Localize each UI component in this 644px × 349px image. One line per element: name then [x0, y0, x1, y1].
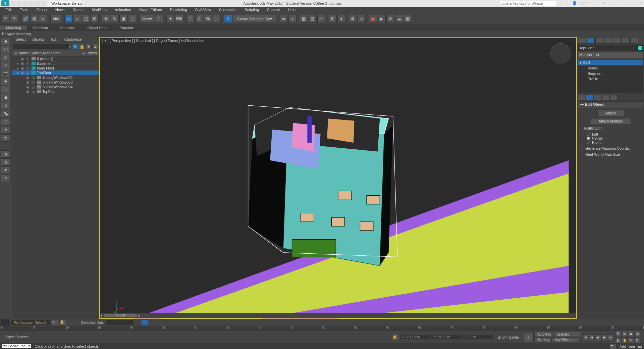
stack-row[interactable]: Profile — [578, 76, 643, 82]
maxscript-listener[interactable]: Welcome to M — [2, 344, 31, 348]
window-crossing-button[interactable]: ⊞ — [91, 15, 99, 23]
modifier-list-dropdown[interactable]: Modifier List — [578, 52, 643, 58]
align-button[interactable]: ≡ — [288, 15, 297, 23]
scene-tree[interactable]: ◉◎0 (default)▸◉◎Basement▸◉◎Main Floor▾◉◎… — [12, 56, 99, 319]
spinner-snap-button[interactable]: ⬚ — [213, 15, 221, 23]
app-logo[interactable]: 3 — [1, 0, 9, 6]
sync-selection-icon[interactable]: ⇅ — [1, 174, 11, 182]
layer-icon[interactable]: ≡ — [92, 44, 98, 49]
remove-modifier-icon[interactable] — [602, 95, 609, 100]
attach-multiple-button[interactable]: Attach Multiple — [591, 118, 631, 124]
zoom-extents-all-icon[interactable]: ◫ — [634, 331, 640, 337]
frozen-filter-icon[interactable]: ❄ — [1, 126, 11, 134]
toggle-ribbon-button[interactable]: ▤ — [309, 15, 317, 23]
justification-radio-right[interactable]: Right — [580, 140, 641, 144]
menu-content[interactable]: Content — [264, 7, 283, 12]
zoom-icon[interactable]: 🔍 — [615, 331, 621, 337]
real-world-checkbox[interactable]: Real-World Map Size — [580, 152, 641, 156]
select-dep-icon[interactable]: ▼ — [1, 166, 11, 174]
close-button[interactable]: ✕ — [640, 1, 643, 6]
move-button[interactable]: ✥ — [102, 15, 110, 23]
max-toggle-icon[interactable]: ⊡ — [634, 337, 640, 343]
modify-tab-icon[interactable] — [587, 38, 595, 44]
goto-end-icon[interactable]: ⏭ — [608, 334, 614, 340]
workspace-dropdown[interactable]: Workspace: Default — [49, 1, 86, 6]
shapes-filter-icon[interactable]: ◇ — [1, 54, 11, 61]
display-influences-icon[interactable]: ▥ — [1, 158, 11, 166]
ref-coord-dropdown[interactable]: View ▾ — [140, 15, 154, 23]
viewport-timeslider[interactable]: ◂ 0 / 100 ▸ — [100, 313, 576, 318]
pivot-button[interactable]: ⊙ — [155, 15, 163, 23]
rotate-button[interactable]: ↻ — [111, 15, 119, 23]
snap-2d-button[interactable]: 2 — [186, 15, 195, 23]
pin-stack-icon[interactable] — [578, 95, 585, 100]
play-icon[interactable]: ▶ — [595, 334, 601, 340]
menu-graph editors[interactable]: Graph Editors — [136, 7, 165, 12]
se-tab-edit[interactable]: Edit — [48, 37, 61, 43]
selection-set-dropdown[interactable] — [106, 320, 133, 325]
tree-row[interactable]: ◉◎0 (default) — [12, 56, 99, 61]
generate-mapping-checkbox[interactable]: Generate Mapping Coords. — [580, 146, 641, 150]
named-selection-dropdown[interactable]: Create Selection Se ▾ — [233, 15, 276, 23]
render-iter-button[interactable]: ⟳ — [386, 15, 394, 23]
tree-row[interactable]: ▸◉◎Basement — [12, 61, 99, 66]
selection-lock-icon[interactable]: 🔒 — [60, 320, 66, 325]
helpers-filter-icon[interactable]: ✚ — [1, 78, 11, 85]
hierarchy-tab-icon[interactable] — [595, 38, 603, 44]
se-tab-display[interactable]: Display — [29, 37, 48, 43]
tab-populate[interactable]: Populate — [113, 26, 140, 30]
header-frozen-col[interactable]: ▴ Frozen — [83, 51, 97, 55]
modifier-stack[interactable]: ▾WallVertexSegmentProfile — [578, 60, 643, 93]
cameras-filter-icon[interactable]: 📷 — [1, 70, 11, 77]
coord-x-field[interactable]: X: -20.776m — [400, 335, 430, 339]
select-object-button[interactable]: ▭ — [64, 15, 72, 23]
menu-create[interactable]: Create — [69, 7, 87, 12]
menu-views[interactable]: Views — [51, 7, 68, 12]
set-key-big-button[interactable]: + — [524, 332, 534, 342]
key-filters-button[interactable]: Key Filters... — [552, 337, 579, 342]
tab-object-paint[interactable]: Object Paint — [82, 26, 114, 30]
search-input[interactable] — [499, 1, 556, 6]
groups-filter-icon[interactable]: ▣ — [1, 94, 11, 101]
schematic-view-button[interactable]: ⊞ — [329, 15, 337, 23]
zoom-extents-icon[interactable]: ▣ — [628, 331, 634, 337]
isolate-icon[interactable]: ≡ — [52, 320, 58, 325]
wrench-tab-icon[interactable] — [630, 38, 638, 44]
new-icon[interactable] — [11, 1, 16, 6]
xrefs-filter-icon[interactable]: X — [1, 102, 11, 109]
subscription-icon[interactable]: ⬚ — [559, 1, 564, 6]
tree-row[interactable]: ▾◉◎TopFloor — [12, 70, 99, 75]
layer-explorer-button[interactable]: ▦ — [300, 15, 308, 23]
timeslider-prev-icon[interactable]: ◂ — [100, 313, 102, 318]
justification-radio-center[interactable]: Center — [580, 136, 641, 140]
object-color-swatch[interactable] — [637, 46, 642, 50]
selection-filter-dropdown[interactable]: All ▾ — [50, 15, 61, 23]
redo-button[interactable]: ↷ — [10, 15, 18, 23]
percent-snap-button[interactable]: % — [204, 15, 212, 23]
edit-selection-set-button[interactable]: ✎ — [224, 15, 232, 23]
material-editor-button[interactable]: ● — [337, 15, 345, 23]
menu-civil view[interactable]: Civil View — [192, 7, 214, 12]
help-icon[interactable]: ? — [609, 1, 614, 6]
coord-y-field[interactable]: Y: 29.308m — [431, 335, 462, 339]
object-name-field[interactable]: TopFloor — [578, 45, 643, 51]
unlink-button[interactable]: ⛓ — [30, 15, 38, 23]
scene-search-input[interactable] — [13, 44, 68, 49]
scale-button[interactable]: ▣ — [119, 15, 127, 23]
display-children-icon[interactable]: ▤ — [1, 150, 11, 158]
menu-tools[interactable]: Tools — [16, 7, 32, 12]
link-button[interactable]: 🔗 — [21, 15, 30, 23]
tree-row[interactable]: ▸◉◎Main Floor — [12, 66, 99, 70]
undo-button[interactable]: ↶ — [1, 15, 9, 23]
menu-rendering[interactable]: Rendering — [167, 7, 191, 12]
geometry-filter-icon[interactable]: ◯ — [1, 46, 11, 53]
tab-selection[interactable]: Selection — [54, 26, 81, 30]
time-ruler[interactable]: 0510152025303540455055606570758085909510… — [1, 326, 643, 331]
display-tab-icon[interactable] — [613, 38, 621, 44]
open-a360-button[interactable]: ▦ — [404, 15, 412, 23]
maximize-button[interactable]: ☐ — [630, 1, 634, 6]
user-icon[interactable]: 👤 — [572, 1, 577, 6]
render-online-button[interactable]: ☁ — [395, 15, 403, 23]
clear-search-icon[interactable]: ✕ — [68, 45, 71, 49]
motion-tab-icon[interactable] — [604, 38, 612, 44]
